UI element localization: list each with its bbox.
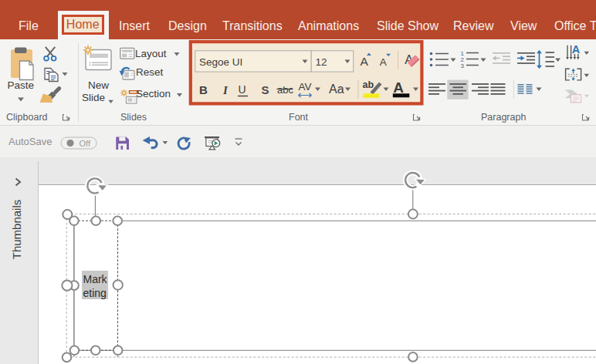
svg-text:Off: Off: [80, 139, 91, 148]
svg-text:A: A: [380, 56, 387, 68]
svg-text:A: A: [361, 55, 369, 68]
svg-text:AV: AV: [299, 81, 312, 93]
svg-text:A: A: [572, 43, 581, 56]
svg-text:Aa: Aa: [329, 83, 344, 96]
svg-text:Segoe UI: Segoe UI: [199, 56, 242, 68]
svg-text:12: 12: [316, 56, 327, 68]
svg-text:A: A: [393, 79, 404, 96]
svg-text:B: B: [199, 83, 208, 96]
svg-text:I: I: [222, 84, 229, 96]
svg-text:ab: ab: [363, 79, 374, 90]
svg-text:S: S: [262, 83, 269, 96]
svg-text:U: U: [239, 83, 246, 96]
svg-text:3: 3: [461, 62, 465, 69]
